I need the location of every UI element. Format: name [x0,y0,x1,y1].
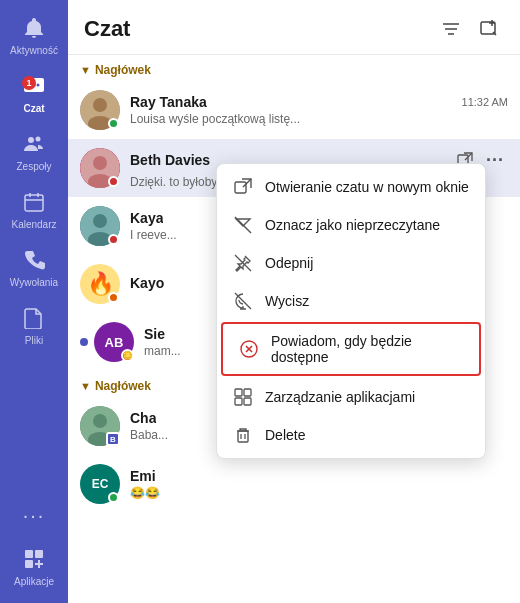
page-title: Czat [84,16,436,42]
header-actions [436,14,504,44]
sidebar-item-label: Aktywność [10,45,58,56]
status-busy-kaya [108,234,119,245]
chat-info-ray: Ray Tanaka 11:32 AM Louisa wyśle początk… [130,94,508,126]
sidebar-item-calls[interactable]: Wywołania [0,240,68,294]
open-new-icon [233,177,253,197]
chat-info-emi: Emi 😂😂 [130,468,508,500]
avatar-wrap-beth [80,148,120,188]
svg-point-22 [93,98,107,112]
svg-rect-6 [25,195,43,211]
context-menu-unpin[interactable]: Odepnij [217,244,485,282]
trash-icon [233,425,253,445]
sidebar-item-label: Wywołania [10,277,58,288]
new-chat-button[interactable] [474,14,504,44]
sidebar-item-activity[interactable]: Aktywność [0,8,68,62]
teams-icon [20,130,48,158]
sidebar: Aktywność 1 Czat Zespoły [0,0,68,603]
sidebar-item-label: Aplikacje [14,576,54,587]
chevron-down-icon: ▼ [80,64,91,76]
status-away-kayo [108,292,119,303]
sidebar-item-teams[interactable]: Zespoły [0,124,68,178]
svg-rect-46 [244,398,251,405]
unpin-icon [233,253,253,273]
context-menu-item-label-5: Powiadom, gdy będzie dostępne [271,333,463,365]
filter-button[interactable] [436,14,466,44]
svg-rect-10 [25,550,33,558]
chat-name-beth: Beth Davies [130,152,210,168]
avatar-wrap-ray [80,90,120,130]
svg-rect-45 [235,398,242,405]
chat-name-emi: Emi [130,468,156,484]
badge-sie: 🪙 [121,349,134,362]
files-icon [20,304,48,332]
svg-point-3 [37,84,40,87]
context-menu-item-label-3: Odepnij [265,255,313,271]
chat-name-ray: Ray Tanaka [130,94,207,110]
avatar-wrap-cha: B [80,406,120,446]
chat-list: ▼ Nagłówek Ray Tanaka 11:32 AM [68,55,520,603]
apps-add-icon [20,545,48,573]
sidebar-item-label: Czat [23,103,44,114]
chat-item-emi[interactable]: EC Emi 😂😂 [68,455,520,513]
svg-point-33 [93,414,107,428]
chat-badge: 1 [22,76,36,90]
svg-rect-35 [235,182,246,193]
context-menu-item-label: Otwieranie czatu w nowym oknie [265,179,469,195]
mute-icon [233,291,253,311]
context-menu-item-label-4: Wycisz [265,293,309,309]
chevron-down-icon-2: ▼ [80,380,91,392]
manage-apps-icon [233,387,253,407]
sidebar-item-label: Pliki [25,335,43,346]
chat-preview-emi: 😂😂 [130,486,508,500]
notify-icon [239,339,259,359]
svg-rect-43 [235,389,242,396]
context-menu-delete[interactable]: Delete [217,416,485,454]
svg-rect-12 [25,560,33,568]
sidebar-item-more[interactable]: ··· [0,495,68,535]
chat-name-cha: Cha [130,410,156,426]
main-header: Czat [68,0,520,55]
svg-point-30 [93,214,107,228]
avatar-wrap-sie: AB 🪙 [94,322,134,362]
avatar-wrap-kaya1 [80,206,120,246]
section-label-2: Nagłówek [95,379,151,393]
context-menu-item-label-2: Oznacz jako nieprzeczytane [265,217,440,233]
svg-line-36 [243,179,251,187]
chat-preview-ray: Louisa wyśle początkową listę... [130,112,508,126]
calls-icon [20,246,48,274]
chat-icon: 1 [20,72,48,100]
activity-icon [20,14,48,42]
status-online-emi [108,492,119,503]
sidebar-item-calendar[interactable]: Kalendarz [0,182,68,236]
chat-name-kayo: Kayo [130,275,164,291]
context-menu-mute[interactable]: Wycisz [217,282,485,320]
sidebar-item-files[interactable]: Pliki [0,298,68,352]
sidebar-item-label: Zespoły [16,161,51,172]
status-online [108,118,119,129]
context-menu-open-new[interactable]: Otwieranie czatu w nowym oknie [217,168,485,206]
avatar-wrap-emi: EC [80,464,120,504]
section-header-1[interactable]: ▼ Nagłówek [68,55,520,81]
unread-indicator [80,338,88,346]
context-menu-item-label-6: Zarządzanie aplikacjami [265,389,415,405]
sidebar-item-label: Kalendarz [11,219,56,230]
badge-cha: B [106,432,120,446]
chat-name-sie: Sie [144,326,165,342]
sidebar-item-chat[interactable]: 1 Czat [0,66,68,120]
more-icon: ··· [20,501,48,529]
mark-unread-icon [233,215,253,235]
chat-item-ray[interactable]: Ray Tanaka 11:32 AM Louisa wyśle początk… [68,81,520,139]
context-menu-manage-apps[interactable]: Zarządzanie aplikacjami [217,378,485,416]
context-menu-mark-unread[interactable]: Oznacz jako nieprzeczytane [217,206,485,244]
sidebar-item-apps[interactable]: Aplikacje [0,539,68,593]
context-menu: Otwieranie czatu w nowym oknie Oznacz ja… [216,163,486,459]
calendar-icon [20,188,48,216]
svg-rect-11 [35,550,43,558]
svg-rect-47 [238,431,248,442]
main-panel: Czat ▼ Nagłówek [68,0,520,603]
context-menu-notify[interactable]: Powiadom, gdy będzie dostępne [221,322,481,376]
avatar-wrap-kayo: 🔥 [80,264,120,304]
svg-point-5 [36,137,41,142]
svg-point-4 [28,137,34,143]
status-busy [108,176,119,187]
